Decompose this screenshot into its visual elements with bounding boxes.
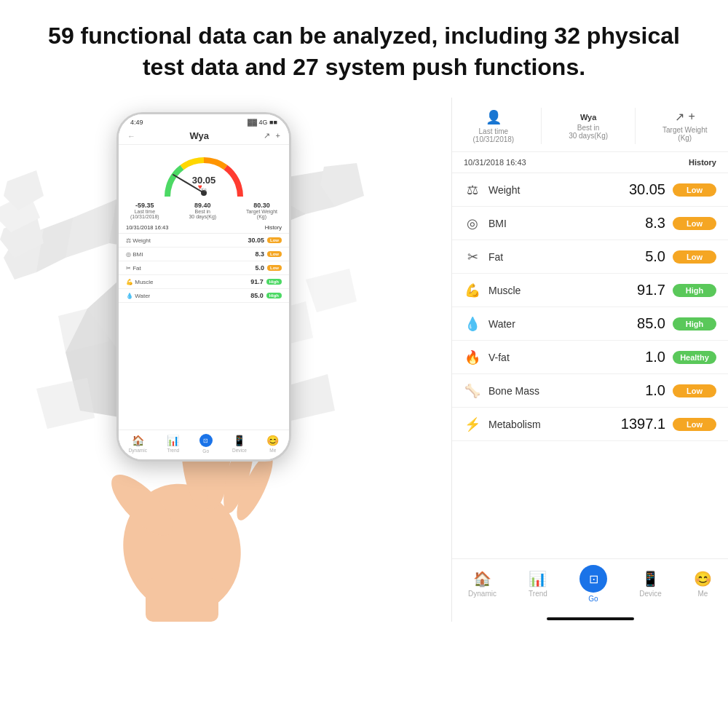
rp-row-fat: ✂ Fat 5.0 Low	[452, 240, 728, 274]
rp-water-right: 85.0 High	[622, 315, 716, 332]
rp-fat-label: Fat	[488, 251, 503, 263]
phone-muscle-label: 💪 Muscle	[126, 279, 154, 285]
rp-row-metabolism: ⚡ Metabolism 1397.1 Low	[452, 408, 728, 441]
rp-vfat-icon: 🔥	[464, 349, 481, 365]
phone-body: 4:49 ▓▓ 4G ■■ ← Wya ↗ +	[116, 112, 291, 462]
phone-row-bmi: ◎ BMI 8.3 Low	[119, 248, 289, 261]
rp-muscle-badge: High	[673, 284, 716, 297]
rp-bone-value: 1.0	[622, 382, 665, 399]
phone-time: 4:49	[130, 119, 143, 126]
rp-nav-go[interactable]: ⊡ Go	[579, 565, 607, 603]
rp-row-water: 💧 Water 85.0 High	[452, 307, 728, 341]
rp-data-list: ⚖ Weight 30.05 Low ◎ BMI 8.3 Low	[452, 173, 728, 558]
phone-go-label: Go	[202, 448, 209, 454]
rp-bone-label: Bone Mass	[488, 385, 539, 397]
rp-muscle-value: 91.7	[622, 282, 665, 298]
gauge-info-row: -59.35 Last time(10/31/2018) 89.40 Best …	[126, 202, 282, 219]
rp-person-icon: 👤	[486, 109, 502, 125]
phone-data-list: ⚖ Weight 30.05 Low ◎ BMI 8.3 Low	[119, 234, 289, 430]
phone-dynamic-label: Dynamic	[129, 448, 147, 453]
rp-weight-left: ⚖ Weight	[464, 182, 520, 198]
rp-water-label: Water	[488, 318, 515, 330]
rp-vfat-value: 1.0	[622, 349, 665, 365]
rp-metabolism-label: Metabolism	[488, 419, 541, 430]
rp-water-icon: 💧	[464, 316, 481, 332]
rp-fat-left: ✂ Fat	[464, 249, 503, 265]
rp-best-label: Best in30 days(Kg)	[569, 124, 608, 140]
phone-history[interactable]: History	[265, 224, 282, 231]
phone-fat-value: 5.0 Low	[255, 264, 282, 272]
rp-bmi-label: BMI	[488, 218, 507, 229]
best-30d-stat: 89.40 Best in30 days(Kg)	[189, 202, 216, 219]
rp-last-time: 👤 Last time(10/31/2018)	[472, 109, 514, 143]
rp-dynamic-label: Dynamic	[468, 590, 496, 598]
rp-water-badge: High	[673, 317, 716, 331]
phone-nav-me[interactable]: 😊 Me	[266, 435, 279, 453]
svg-text:30.05: 30.05	[192, 175, 216, 186]
rp-add-icon[interactable]: +	[689, 110, 695, 124]
rp-muscle-left: 💪 Muscle	[464, 282, 521, 298]
phone-go-icon: ⊡	[199, 434, 213, 447]
rp-metabolism-right: 1397.1 Low	[621, 416, 716, 432]
phone-me-icon: 😊	[266, 435, 279, 446]
phone-bottom-nav: 🏠 Dynamic 📊 Trend ⊡ Go 📱	[119, 430, 289, 459]
rp-go-icon-circle: ⊡	[579, 565, 607, 593]
rp-muscle-icon: 💪	[464, 282, 481, 298]
gauge-chart: ♥ 30.05 Kg	[160, 149, 248, 200]
rp-nav-device[interactable]: 📱 Device	[639, 570, 662, 598]
phone-dynamic-icon: 🏠	[132, 435, 144, 446]
right-panel: 👤 Last time(10/31/2018) Wya Best in30 da…	[451, 98, 728, 622]
phone-water-label: 💧 Water	[126, 293, 150, 299]
phone-nav-go[interactable]: ⊡ Go	[199, 434, 213, 454]
main-heading: 59 functional data can be analyzed, incl…	[0, 0, 728, 98]
rp-bone-left: 🦴 Bone Mass	[464, 383, 539, 399]
phone-add-icon[interactable]: +	[276, 131, 280, 141]
phone-share-icon[interactable]: ↗	[264, 131, 270, 141]
rp-fat-badge: Low	[673, 250, 716, 264]
svg-marker-24	[306, 269, 357, 312]
rp-metabolism-icon: ⚡	[464, 416, 481, 432]
phone-nav-dynamic[interactable]: 🏠 Dynamic	[129, 435, 147, 453]
phone-mockup: 4:49 ▓▓ 4G ■■ ← Wya ↗ +	[116, 112, 291, 462]
rp-weight-right: 30.05 Low	[622, 181, 716, 198]
rp-trend-icon: 📊	[529, 570, 547, 587]
rp-bmi-value: 8.3	[622, 215, 665, 232]
rp-best: Wya Best in30 days(Kg)	[569, 113, 608, 140]
rp-history-link[interactable]: History	[689, 158, 716, 167]
phone-weight-label: ⚖ Weight	[126, 237, 151, 244]
phone-weight-value: 30.05 Low	[248, 237, 282, 244]
left-side: 4:49 ▓▓ 4G ■■ ← Wya ↗ +	[0, 98, 451, 622]
phone-row-fat: ✂ Fat 5.0 Low	[119, 261, 289, 275]
phone-device-icon: 📱	[233, 435, 245, 446]
rp-share-icon[interactable]: ↗	[675, 110, 684, 124]
phone-date: 10/31/2018 16:43	[126, 224, 168, 231]
rp-fat-icon: ✂	[464, 249, 481, 265]
rp-water-left: 💧 Water	[464, 316, 515, 332]
phone-row-weight: ⚖ Weight 30.05 Low	[119, 234, 289, 248]
phone-header-actions: ↗ +	[264, 131, 280, 141]
rp-nav-dynamic[interactable]: 🏠 Dynamic	[468, 570, 496, 598]
rp-top-stats: 👤 Last time(10/31/2018) Wya Best in30 da…	[452, 98, 728, 152]
phone-nav-trend[interactable]: 📊 Trend	[167, 435, 179, 453]
main-content: 4:49 ▓▓ 4G ■■ ← Wya ↗ +	[0, 98, 728, 622]
rp-nav-me[interactable]: 😊 Me	[694, 570, 712, 598]
rp-muscle-right: 91.7 High	[622, 282, 716, 298]
rp-nav-trend[interactable]: 📊 Trend	[529, 570, 547, 598]
phone-back-icon[interactable]: ←	[127, 132, 135, 141]
rp-device-icon: 📱	[641, 570, 660, 587]
rp-metabolism-value: 1397.1	[621, 416, 665, 432]
rp-fat-value: 5.0	[622, 248, 665, 265]
phone-signal: ▓▓ 4G ■■	[248, 119, 277, 126]
rp-bottom-nav: 🏠 Dynamic 📊 Trend ⊡ Go 📱 Device 😊 Me	[452, 558, 728, 613]
phone-status-bar: 4:49 ▓▓ 4G ■■	[119, 114, 289, 127]
rp-water-value: 85.0	[622, 315, 665, 332]
phone-nav-device[interactable]: 📱 Device	[232, 435, 247, 453]
phone-trend-icon: 📊	[167, 435, 179, 446]
rp-dynamic-icon: 🏠	[473, 570, 491, 587]
rp-device-label: Device	[639, 590, 662, 598]
rp-target-label: Target Weight(Kg)	[662, 126, 708, 142]
home-indicator	[547, 617, 634, 620]
rp-bmi-left: ◎ BMI	[464, 215, 507, 232]
rp-metabolism-left: ⚡ Metabolism	[464, 416, 541, 432]
rp-row-muscle: 💪 Muscle 91.7 High	[452, 274, 728, 307]
